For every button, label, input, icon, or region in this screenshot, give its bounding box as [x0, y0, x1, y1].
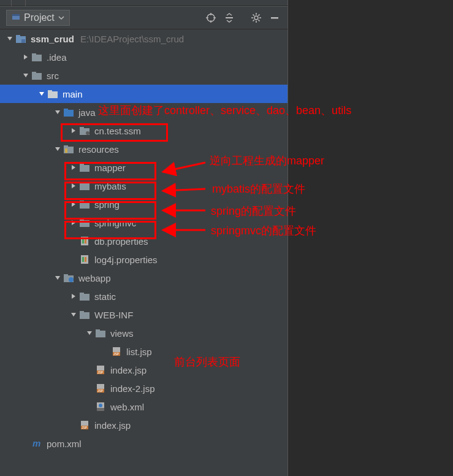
svg-rect-69: [97, 408, 104, 411]
svg-text:JSP: JSP: [97, 370, 104, 374]
target-icon[interactable]: [203, 10, 219, 26]
tree-row-log4jprops[interactable]: log4j.properties: [0, 250, 287, 269]
expand-arrow-icon[interactable]: [69, 181, 78, 191]
tree-label: springmvc: [94, 218, 136, 228]
tree-row-springmvc[interactable]: springmvc: [0, 213, 287, 232]
expand-arrow-icon[interactable]: [53, 107, 63, 117]
folder-icon: [78, 217, 91, 229]
tree-label: cn.test.ssm: [94, 126, 141, 136]
project-mini-icon: [12, 12, 20, 23]
expand-arrow-icon[interactable]: [69, 163, 78, 172]
tree-row-webinf[interactable]: WEB-INF: [0, 305, 287, 324]
tree-row-java[interactable]: java: [0, 103, 287, 121]
svg-text:m: m: [32, 439, 40, 448]
svg-rect-1: [12, 14, 20, 16]
folder-icon: [47, 88, 59, 100]
tree-row-dbprops[interactable]: db.properties: [0, 232, 287, 250]
editor-empty-area: [289, 0, 453, 476]
svg-rect-57: [96, 329, 100, 332]
folder-icon: [78, 309, 91, 321]
chevron-down-icon: [58, 12, 64, 23]
expand-arrow-icon[interactable]: [69, 291, 78, 301]
expand-arrow-icon[interactable]: [69, 218, 78, 228]
tree-row-webxml[interactable]: web.xml: [0, 397, 287, 416]
tree-label: .idea: [47, 52, 67, 63]
tree-label: index.jsp: [110, 365, 147, 375]
tree-row-index2jsp[interactable]: JSP index-2.jsp: [0, 379, 287, 397]
module-icon: [15, 33, 27, 45]
tree-label: java: [78, 107, 96, 118]
tree-row-listjsp[interactable]: JSP list.jsp: [0, 342, 287, 361]
web-folder-icon: [63, 272, 75, 284]
svg-rect-55: [80, 311, 84, 313]
tree-row-static[interactable]: static: [0, 287, 287, 305]
properties-file-icon: [78, 235, 91, 247]
jsp-file-icon: JSP: [94, 382, 107, 394]
tree-row-resources[interactable]: resources: [0, 140, 287, 158]
expand-arrow-icon[interactable]: [21, 71, 31, 80]
tree-label: list.jsp: [126, 347, 152, 357]
tree-row-package[interactable]: cn.test.ssm: [0, 121, 287, 140]
tiny-tab: [11, 0, 26, 6]
hide-icon[interactable]: [267, 10, 283, 26]
tree-row-webapp[interactable]: webapp: [0, 269, 287, 287]
expand-arrow-icon[interactable]: [85, 328, 94, 338]
folder-icon: [78, 180, 91, 192]
expand-arrow-icon[interactable]: [37, 89, 47, 99]
tree-label: index-2.jsp: [110, 383, 155, 394]
project-toolbar: Project: [0, 6, 288, 29]
svg-rect-22: [32, 53, 36, 56]
tree-label: pom.xml: [47, 439, 82, 449]
svg-rect-53: [80, 293, 84, 295]
svg-text:JSP: JSP: [82, 426, 88, 429]
expand-arrow-icon[interactable]: [69, 310, 78, 320]
folder-icon: [31, 51, 43, 63]
expand-arrow-icon[interactable]: [53, 273, 63, 283]
tree-row-pom[interactable]: m pom.xml: [0, 434, 287, 453]
svg-rect-50: [64, 274, 68, 277]
svg-rect-20: [21, 39, 25, 43]
folder-icon: [78, 161, 91, 174]
tree-label: ssm_crud: [31, 34, 74, 44]
source-folder-icon: [63, 106, 75, 118]
svg-point-68: [99, 404, 102, 407]
expand-arrow-icon[interactable]: [5, 34, 15, 44]
svg-rect-30: [80, 127, 84, 129]
tree-row-mybatis[interactable]: mybatis: [0, 177, 287, 195]
tree-label: spring: [94, 199, 120, 210]
folder-icon: [31, 69, 43, 82]
tree-label: WEB-INF: [94, 310, 133, 320]
jsp-file-icon: JSP: [110, 345, 123, 358]
tree-row-src[interactable]: src: [0, 66, 287, 85]
tree-label: src: [47, 71, 59, 81]
project-label: Project: [24, 12, 55, 23]
tree-label: webapp: [78, 273, 111, 283]
tree-row-idea[interactable]: .idea: [0, 48, 287, 66]
tree-row-views[interactable]: views: [0, 324, 287, 342]
svg-rect-42: [80, 219, 84, 221]
expand-arrow-icon[interactable]: [69, 199, 78, 209]
properties-file-icon: [78, 253, 91, 266]
tree-row-mapper[interactable]: mapper: [0, 158, 287, 177]
expand-arrow-icon[interactable]: [53, 144, 63, 154]
tree-row-indexjsp-inner[interactable]: JSP index.jsp: [0, 361, 287, 379]
project-tree: ssm_crud E:\IDEAProject\ssm_crud .idea s…: [0, 29, 288, 476]
tree-label: main: [63, 89, 83, 99]
project-view-selector[interactable]: Project: [6, 10, 70, 26]
gear-icon[interactable]: [248, 10, 264, 26]
svg-point-31: [86, 131, 89, 135]
svg-text:JSP: JSP: [97, 389, 104, 393]
svg-rect-19: [16, 35, 20, 37]
tree-row-indexjsp-outer[interactable]: JSP index.jsp: [0, 416, 287, 434]
collapse-all-icon[interactable]: [221, 10, 237, 26]
toolbar-actions: [203, 10, 287, 26]
svg-rect-40: [80, 201, 84, 203]
svg-rect-48: [85, 257, 86, 262]
svg-line-15: [253, 20, 254, 21]
tree-row-main[interactable]: main: [0, 85, 287, 103]
tree-row-spring[interactable]: spring: [0, 195, 287, 213]
svg-rect-26: [48, 90, 52, 93]
tree-row-root[interactable]: ssm_crud E:\IDEAProject\ssm_crud: [0, 29, 287, 48]
expand-arrow-icon[interactable]: [69, 126, 78, 136]
expand-arrow-icon[interactable]: [21, 52, 31, 62]
